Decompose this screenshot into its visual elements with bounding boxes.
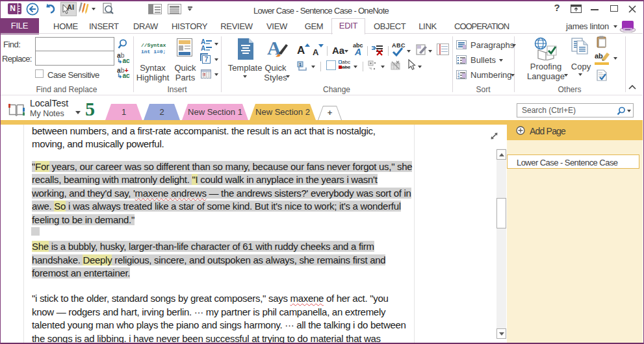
- svg-text:1: 1: [299, 62, 302, 67]
